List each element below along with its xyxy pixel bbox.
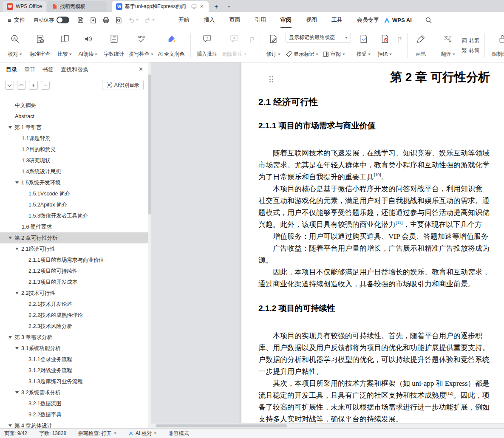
toc-item[interactable]: 第 1 章引言: [0, 122, 148, 133]
translate-button[interactable]: 文A 翻译: [437, 31, 459, 60]
toc-item[interactable]: 3.2.1数据流图: [0, 398, 148, 409]
print-button[interactable]: [102, 17, 110, 24]
expand-arrow-icon[interactable]: [8, 424, 12, 427]
scrollbar-thumb[interactable]: [156, 424, 287, 427]
toc-item[interactable]: 第 4 章总体设计: [0, 420, 148, 428]
menu-tab-page[interactable]: 页面: [229, 14, 241, 25]
menu-tab-home[interactable]: 开始: [178, 14, 190, 25]
expand-arrow-icon[interactable]: [15, 391, 19, 394]
menu-tab-tools[interactable]: 工具: [331, 14, 343, 25]
toc-item[interactable]: 1.2目的和意义: [0, 144, 148, 155]
toc-item[interactable]: 1.5系统开发环境: [0, 177, 148, 188]
expand-arrow-icon[interactable]: [8, 336, 12, 339]
tab-close-ic[interactable]: ×: [199, 3, 204, 9]
toc-item[interactable]: 2.1.2项目的可持续性: [0, 266, 148, 277]
toc-item[interactable]: 1.5.1Vscode 简介: [0, 188, 148, 199]
undo-button[interactable]: [128, 17, 139, 23]
autosave-toggle[interactable]: [57, 17, 69, 23]
file-menu-button[interactable]: ≡ 文件: [4, 16, 28, 24]
ai-proofread-status[interactable]: AI 校对: [128, 430, 157, 437]
sidebar-tab-find-replace[interactable]: 查找和替换: [61, 66, 88, 73]
tab-docer-templates[interactable]: 找稻壳模板: [47, 1, 107, 12]
expand-arrow-icon[interactable]: [8, 237, 12, 239]
to-traditional-button[interactable]: 简 转繁: [462, 37, 479, 44]
toc-item[interactable]: 中文摘要: [0, 100, 148, 111]
sidebar-close-icon[interactable]: ×: [139, 66, 143, 73]
toc-item[interactable]: 1.1课题背景: [0, 133, 148, 144]
menu-tab-view[interactable]: 视图: [306, 14, 317, 25]
export-pdf-button[interactable]: [90, 17, 97, 24]
ink-pen-button[interactable]: 画笔: [410, 31, 431, 60]
menu-tab-insert[interactable]: 插入: [204, 14, 215, 25]
menu-tab-review[interactable]: 审阅: [280, 14, 292, 25]
track-changes-button[interactable]: 修订: [263, 31, 284, 60]
sidebar-scrollbar[interactable]: [148, 62, 151, 428]
search-button[interactable]: [425, 17, 432, 24]
toc-item[interactable]: 2.2.2技术的成熟性理论: [0, 310, 148, 321]
ai-recognize-toc-button[interactable]: AI识别目录: [102, 80, 144, 90]
zoom-in-button[interactable]: +: [29, 81, 38, 90]
toc-item[interactable]: Abstract: [0, 111, 148, 122]
toc-item[interactable]: 1.6 硬件要求: [0, 221, 148, 232]
sidebar-tab-chapters[interactable]: 章节: [24, 66, 35, 73]
toc-item[interactable]: 3.1.3题库练习业务流程: [0, 376, 148, 387]
ai-read-aloud-button[interactable]: AI朗读: [76, 31, 100, 60]
toc-item[interactable]: 3.2.2数据字典: [0, 409, 148, 420]
toc-item[interactable]: 1.4系统设计思想: [0, 166, 148, 177]
expand-arrow-icon[interactable]: [8, 126, 12, 129]
page-indicator[interactable]: 页面: 9/42: [4, 430, 27, 437]
toc-item[interactable]: 3.1系统功能分析: [0, 343, 148, 354]
print-preview-button[interactable]: [115, 17, 122, 24]
to-simplified-button[interactable]: 繁 转简: [462, 47, 479, 54]
previous-comment-button[interactable]: [248, 31, 257, 60]
markup-state-select[interactable]: 显示标记的最终状态: [286, 33, 351, 42]
document-page[interactable]: 第 2 章 可行性分析2.1 经济可行性2.1.1 项目的市场需求与商业价值随着…: [241, 62, 504, 428]
wps-ai-button[interactable]: WPS AI: [384, 17, 412, 23]
toc-item[interactable]: 1.3研究现状: [0, 155, 148, 166]
tab-list-button[interactable]: [224, 2, 234, 12]
word-count-indicator[interactable]: 字数: 13828: [39, 430, 66, 437]
sidebar-tab-bookmarks[interactable]: 书签: [42, 66, 54, 73]
scrollbar-thumb[interactable]: [148, 74, 151, 215]
toc-item[interactable]: 2.1.1项目的市场需求与商业价值: [0, 254, 148, 266]
toc-item[interactable]: 第 3 章需求分析: [0, 332, 148, 343]
tab-wps-home[interactable]: W WPS Office: [3, 1, 46, 12]
proofread-button[interactable]: A 校对: [3, 31, 26, 60]
zoom-out-button[interactable]: −: [41, 81, 50, 90]
collapse-all-button[interactable]: [17, 81, 26, 90]
compare-button[interactable]: 比较: [54, 31, 76, 60]
expand-arrow-icon[interactable]: [15, 292, 19, 294]
expand-arrow-icon[interactable]: [15, 181, 19, 184]
expand-arrow-icon[interactable]: [15, 347, 19, 350]
tab-current-document[interactable]: W 基于uni-app和Express的问 ×: [112, 1, 209, 12]
toc-item[interactable]: 3.1.2对战业务流程: [0, 365, 148, 376]
toc-item[interactable]: 第 2 章可行性分析: [0, 232, 148, 243]
window-icon[interactable]: [191, 4, 197, 9]
toc-item[interactable]: 2.2技术可行性: [0, 288, 148, 299]
sidebar-tab-contents[interactable]: 目录: [6, 66, 17, 73]
show-markup-button[interactable]: 显示标记: [286, 51, 318, 58]
spell-check-status[interactable]: 拼写检查: 打开: [78, 430, 116, 437]
ai-polish-button[interactable]: AI 全文润色: [155, 31, 188, 60]
toc-item[interactable]: 1.5.2Apifox 简介: [0, 199, 148, 210]
toc-item[interactable]: 2.2.1技术开发论述: [0, 299, 148, 310]
horizontal-scrollbar[interactable]: [151, 423, 504, 428]
toc-item[interactable]: 3.1.1登录业务流程: [0, 354, 148, 365]
menu-tab-member[interactable]: 会员专享: [357, 14, 379, 25]
toc-item[interactable]: 2.1.3项目的开发成本: [0, 277, 148, 288]
spell-check-button[interactable]: ABC 拼写检查: [127, 31, 155, 60]
toc-item[interactable]: 3.2系统需求分析: [0, 387, 148, 398]
paragraph-drag-handle-icon[interactable]: [269, 76, 271, 77]
toc-item[interactable]: 2.1经济可行性: [0, 243, 148, 254]
reject-changes-button[interactable]: 拒绝: [374, 31, 395, 60]
accept-changes-button[interactable]: 接受: [353, 31, 374, 60]
expand-arrow-icon[interactable]: [15, 248, 19, 250]
next-change-button[interactable]: [395, 31, 405, 60]
toc-item[interactable]: 2.2.3技术风险分析: [0, 321, 148, 332]
redo-button[interactable]: [144, 17, 155, 23]
delete-comment-button[interactable]: 删除批注: [221, 31, 248, 60]
expand-all-button[interactable]: [5, 81, 14, 90]
standard-review-button[interactable]: 标准审查: [26, 31, 54, 60]
insert-comment-button[interactable]: 插入批注: [193, 31, 221, 60]
new-tab-button[interactable]: +: [211, 2, 221, 12]
